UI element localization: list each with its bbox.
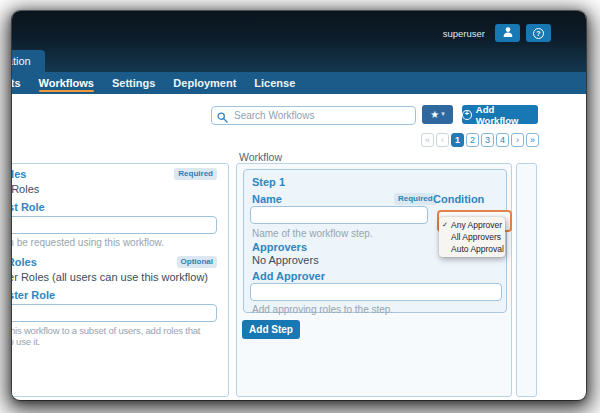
search-icon — [217, 109, 228, 120]
add-approver-input[interactable] — [250, 283, 502, 301]
workflow-section-label: Workflow — [239, 151, 282, 163]
add-request-role-input[interactable] — [12, 216, 217, 234]
condition-dropdown-menu: ✓ Any Approver All Approvers Auto Approv… — [439, 217, 505, 257]
screenshot-stage: superuser ? Administration — [0, 0, 600, 413]
help-button[interactable]: ? — [526, 24, 551, 42]
step-name-label: Name — [252, 193, 282, 205]
request-roles-helper: Roles that can be requested using this w… — [12, 237, 217, 248]
condition-option-auto-approval[interactable]: Auto Approval — [439, 243, 505, 255]
pagination-first-button[interactable]: « — [421, 133, 434, 147]
condition-option-any-approver[interactable]: ✓ Any Approver — [439, 219, 505, 231]
workflow-panel: Step 1 Name Required Name of the workflo… — [236, 163, 512, 397]
no-approvers-text: No Approvers — [252, 254, 319, 266]
requester-roles-helper: To limit use of this workflow to a subse… — [12, 325, 217, 347]
pagination-page-2[interactable]: 2 — [466, 133, 479, 147]
pagination-last-button[interactable]: » — [526, 133, 539, 147]
name-required-badge: Required — [394, 193, 437, 205]
pagination-prev-button[interactable]: ‹ — [436, 133, 449, 147]
no-request-roles-text: No Request Roles — [12, 183, 217, 195]
selected-check-icon: ✓ — [442, 221, 448, 229]
add-workflow-label: Add Workflow — [476, 104, 538, 126]
plus-circle-icon: + — [462, 110, 472, 120]
pagination-page-4[interactable]: 4 — [496, 133, 509, 147]
request-roles-heading: Request Roles — [12, 168, 26, 180]
condition-label: Condition — [433, 193, 484, 205]
nav-item-settings[interactable]: Settings — [112, 72, 155, 94]
nav-item-requests[interactable]: Requests — [12, 72, 21, 94]
tab-administration-label: Administration — [12, 55, 31, 67]
tab-administration[interactable]: Administration — [12, 50, 45, 72]
add-step-button[interactable]: Add Step — [242, 320, 300, 339]
add-approver-helper: Add approving roles to the step. — [252, 304, 393, 315]
roles-panel: Request Roles Required No Request Roles … — [12, 163, 229, 397]
app-header: superuser ? Administration — [12, 11, 586, 72]
step-title: Step 1 — [252, 176, 285, 188]
app-window: superuser ? Administration — [12, 11, 586, 400]
workflow-step-card: Step 1 Name Required Name of the workflo… — [243, 169, 507, 313]
chevron-down-icon: ▾ — [441, 111, 445, 118]
user-menu-button[interactable] — [495, 24, 520, 42]
required-badge: Required — [174, 168, 217, 180]
search-wrap — [211, 105, 416, 124]
user-icon — [502, 24, 514, 42]
add-request-role-label: Add Request Role — [12, 201, 217, 213]
pagination-next-button[interactable]: › — [511, 133, 524, 147]
add-approver-label: Add Approver — [252, 270, 325, 282]
nav-item-license[interactable]: License — [254, 72, 295, 94]
help-icon: ? — [533, 28, 544, 39]
add-workflow-button[interactable]: + Add Workflow — [462, 105, 538, 124]
search-input[interactable] — [211, 106, 416, 125]
approvers-label: Approvers — [252, 241, 307, 253]
nav-item-deployment[interactable]: Deployment — [173, 72, 236, 94]
nav-item-workflows[interactable]: Workflows — [39, 72, 94, 94]
star-icon: ★ — [430, 110, 439, 120]
favorites-filter-button[interactable]: ★ ▾ — [422, 105, 453, 124]
username-label: superuser — [443, 28, 485, 39]
active-tab-underline — [39, 90, 94, 92]
adjacent-panel — [516, 163, 537, 397]
optional-badge: Optional — [177, 256, 217, 268]
step-name-input[interactable] — [250, 206, 428, 224]
section-navbar: Requests Workflows Settings Deployment L… — [12, 72, 586, 94]
step-name-helper: Name of the workflow step. — [252, 228, 373, 239]
add-requester-role-label: Add Requester Role — [12, 289, 217, 301]
requester-roles-heading: Requester Roles — [12, 256, 37, 268]
pagination-page-1[interactable]: 1 — [451, 133, 464, 147]
pagination-page-3[interactable]: 3 — [481, 133, 494, 147]
pagination: « ‹ 1 2 3 4 › » — [421, 133, 539, 147]
add-requester-role-input[interactable] — [12, 304, 217, 322]
no-requester-roles-text: No Requester Roles (all users can use th… — [12, 271, 217, 283]
user-area: superuser ? — [443, 24, 551, 42]
condition-option-all-approvers[interactable]: All Approvers — [439, 231, 505, 243]
